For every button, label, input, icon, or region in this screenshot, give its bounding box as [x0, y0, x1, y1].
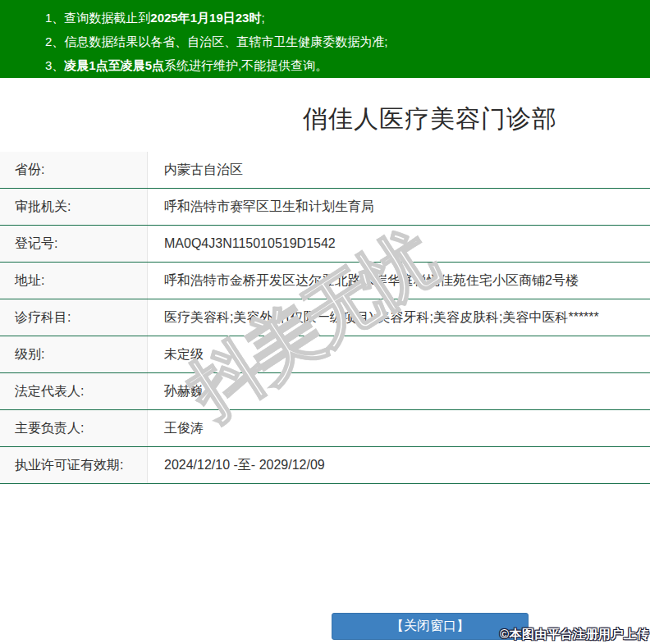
table-row-medical-subjects: 诊疗科目: 医疗美容科;美容外科(仅限一级项目);美容牙科;美容皮肤科;美容中医…	[0, 299, 650, 336]
row-label: 审批机关:	[0, 189, 148, 225]
info-table: 省份: 内蒙古自治区 审批机关: 呼和浩特市赛罕区卫生和计划生育局 登记号: M…	[0, 152, 650, 484]
table-row-legal-representative: 法定代表人: 孙赫巍	[0, 373, 650, 410]
query-result-page: 1、查询数据截止到2025年1月19日23时; 2、信息数据结果以各省、自治区、…	[0, 0, 650, 644]
notice-text-bold: 凌晨1点至凌晨5点	[64, 58, 164, 72]
table-row-license-validity: 执业许可证有效期: 2024/12/10 -至- 2029/12/09	[0, 447, 650, 484]
notice-text: 2、信息数据结果以各省、自治区、直辖市卫生健康委数据为准;	[45, 34, 388, 48]
row-value: 王俊涛	[148, 410, 650, 446]
table-row-registration-number: 登记号: MA0Q4J3N115010519D1542	[0, 226, 650, 263]
notice-line-2: 2、信息数据结果以各省、自治区、直辖市卫生健康委数据为准;	[45, 30, 642, 53]
notice-text: 1、查询数据截止到	[45, 11, 150, 25]
table-row-address: 地址: 呼和浩特市金桥开发区达尔登北路水岸华庭税悦佳苑住宅小区商铺2号楼	[0, 263, 650, 299]
notice-text: ;	[261, 11, 264, 25]
row-label: 级别:	[0, 336, 148, 372]
row-label: 诊疗科目:	[0, 299, 148, 336]
row-value: 孙赫巍	[148, 373, 650, 409]
row-label: 法定代表人:	[0, 373, 148, 409]
row-label: 地址:	[0, 263, 148, 299]
notice-text: 3、	[45, 58, 64, 72]
close-window-button[interactable]: 【关闭窗口】	[332, 613, 529, 640]
page-title: 俏佳人医疗美容门诊部	[105, 105, 650, 133]
row-value: 呼和浩特市赛罕区卫生和计划生育局	[148, 189, 650, 225]
row-value: 未定级	[148, 336, 650, 372]
row-label: 登记号:	[0, 226, 148, 262]
row-value: MA0Q4J3N115010519D1542	[148, 226, 650, 262]
notice-banner: 1、查询数据截止到2025年1月19日23时; 2、信息数据结果以各省、自治区、…	[0, 0, 650, 78]
row-value: 呼和浩特市金桥开发区达尔登北路水岸华庭税悦佳苑住宅小区商铺2号楼	[148, 263, 650, 299]
notice-line-3: 3、凌晨1点至凌晨5点系统进行维护,不能提供查询。	[45, 53, 642, 77]
row-label: 主要负责人:	[0, 410, 148, 446]
button-row: 【关闭窗口】	[105, 613, 650, 640]
row-value: 2024/12/10 -至- 2029/12/09	[148, 447, 650, 483]
table-row-person-in-charge: 主要负责人: 王俊涛	[0, 410, 650, 447]
row-label: 执业许可证有效期:	[0, 447, 148, 483]
notice-line-1: 1、查询数据截止到2025年1月19日23时;	[45, 6, 642, 30]
row-value: 内蒙古自治区	[148, 152, 650, 188]
table-row-level: 级别: 未定级	[0, 336, 650, 373]
table-row-province: 省份: 内蒙古自治区	[0, 152, 650, 189]
notice-text: 系统进行维护,不能提供查询。	[164, 58, 327, 72]
row-label: 省份:	[0, 152, 148, 188]
notice-text-bold: 2025年1月19日23时	[150, 11, 261, 25]
row-value: 医疗美容科;美容外科(仅限一级项目);美容牙科;美容皮肤科;美容中医科*****…	[148, 299, 650, 336]
table-row-approval-authority: 审批机关: 呼和浩特市赛罕区卫生和计划生育局	[0, 189, 650, 226]
